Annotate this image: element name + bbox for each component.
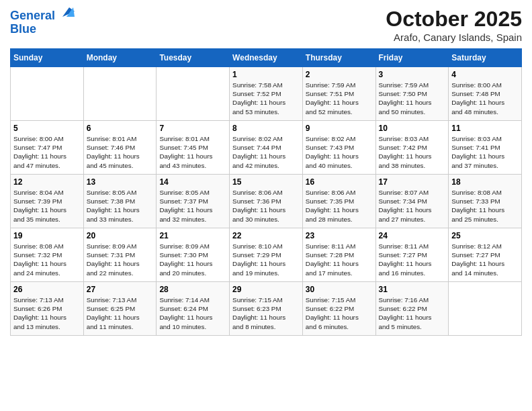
day-info: Sunrise: 8:09 AMSunset: 7:31 PMDaylight:… bbox=[87, 242, 154, 277]
calendar-cell: 21Sunrise: 8:09 AMSunset: 7:30 PMDayligh… bbox=[157, 228, 230, 282]
day-number: 30 bbox=[306, 285, 373, 294]
calendar-cell: 5Sunrise: 8:00 AMSunset: 7:47 PMDaylight… bbox=[11, 121, 84, 175]
day-number: 1 bbox=[232, 70, 300, 79]
day-number: 24 bbox=[379, 231, 446, 240]
calendar-cell: 25Sunrise: 8:12 AMSunset: 7:27 PMDayligh… bbox=[449, 228, 522, 282]
day-info: Sunrise: 8:02 AMSunset: 7:44 PMDaylight:… bbox=[232, 134, 300, 170]
day-number: 8 bbox=[232, 124, 300, 133]
day-number: 28 bbox=[159, 285, 226, 294]
day-info: Sunrise: 8:06 AMSunset: 7:36 PMDaylight:… bbox=[232, 188, 300, 224]
day-number: 26 bbox=[13, 285, 81, 294]
day-info: Sunrise: 7:13 AMSunset: 6:25 PMDaylight:… bbox=[87, 295, 154, 331]
day-number: 5 bbox=[13, 124, 81, 133]
calendar-week-4: 19Sunrise: 8:08 AMSunset: 7:32 PMDayligh… bbox=[11, 228, 522, 282]
calendar-cell: 13Sunrise: 8:05 AMSunset: 7:38 PMDayligh… bbox=[83, 175, 157, 228]
day-number: 29 bbox=[232, 285, 300, 294]
logo: General Blue bbox=[10, 9, 75, 36]
calendar-cell: 12Sunrise: 8:04 AMSunset: 7:39 PMDayligh… bbox=[11, 175, 84, 228]
calendar-cell: 14Sunrise: 8:05 AMSunset: 7:37 PMDayligh… bbox=[157, 175, 230, 228]
weekday-header-tuesday: Tuesday bbox=[157, 49, 230, 67]
day-info: Sunrise: 8:03 AMSunset: 7:41 PMDaylight:… bbox=[451, 134, 519, 170]
title-block: October 2025 Arafo, Canary Islands, Spai… bbox=[386, 7, 522, 43]
day-number: 20 bbox=[87, 231, 154, 240]
calendar-cell: 29Sunrise: 7:15 AMSunset: 6:23 PMDayligh… bbox=[230, 282, 303, 336]
logo-icon bbox=[60, 5, 75, 19]
weekday-header-monday: Monday bbox=[83, 49, 157, 67]
day-number: 31 bbox=[379, 285, 446, 294]
day-info: Sunrise: 8:03 AMSunset: 7:42 PMDaylight:… bbox=[379, 134, 446, 170]
day-info: Sunrise: 8:07 AMSunset: 7:34 PMDaylight:… bbox=[379, 188, 446, 224]
day-info: Sunrise: 7:13 AMSunset: 6:26 PMDaylight:… bbox=[13, 295, 81, 331]
day-info: Sunrise: 8:05 AMSunset: 7:38 PMDaylight:… bbox=[87, 188, 154, 224]
day-number: 14 bbox=[159, 177, 226, 187]
weekday-header-friday: Friday bbox=[375, 49, 449, 67]
month-title: October 2025 bbox=[386, 7, 522, 32]
calendar-cell: 20Sunrise: 8:09 AMSunset: 7:31 PMDayligh… bbox=[83, 228, 157, 282]
day-info: Sunrise: 7:58 AMSunset: 7:52 PMDaylight:… bbox=[232, 81, 300, 116]
day-number: 17 bbox=[379, 177, 446, 187]
calendar-cell: 24Sunrise: 8:11 AMSunset: 7:27 PMDayligh… bbox=[375, 228, 449, 282]
calendar-week-1: 1Sunrise: 7:58 AMSunset: 7:52 PMDaylight… bbox=[11, 67, 522, 121]
day-number: 18 bbox=[451, 177, 519, 187]
day-number: 15 bbox=[232, 177, 300, 187]
day-number: 9 bbox=[306, 124, 373, 133]
day-info: Sunrise: 7:14 AMSunset: 6:24 PMDaylight:… bbox=[159, 295, 226, 331]
day-info: Sunrise: 8:02 AMSunset: 7:43 PMDaylight:… bbox=[306, 134, 373, 170]
day-info: Sunrise: 8:04 AMSunset: 7:39 PMDaylight:… bbox=[13, 188, 81, 224]
day-info: Sunrise: 8:00 AMSunset: 7:48 PMDaylight:… bbox=[451, 81, 519, 116]
day-info: Sunrise: 7:16 AMSunset: 6:22 PMDaylight:… bbox=[379, 295, 446, 331]
day-info: Sunrise: 7:59 AMSunset: 7:50 PMDaylight:… bbox=[379, 81, 446, 116]
calendar-cell: 11Sunrise: 8:03 AMSunset: 7:41 PMDayligh… bbox=[449, 121, 522, 175]
calendar-cell: 18Sunrise: 8:08 AMSunset: 7:33 PMDayligh… bbox=[449, 175, 522, 228]
day-info: Sunrise: 8:01 AMSunset: 7:45 PMDaylight:… bbox=[159, 134, 226, 170]
location: Arafo, Canary Islands, Spain bbox=[386, 32, 522, 43]
day-number: 23 bbox=[306, 231, 373, 240]
calendar-cell: 28Sunrise: 7:14 AMSunset: 6:24 PMDayligh… bbox=[157, 282, 230, 336]
weekday-header-thursday: Thursday bbox=[302, 49, 375, 67]
calendar-cell: 9Sunrise: 8:02 AMSunset: 7:43 PMDaylight… bbox=[302, 121, 375, 175]
day-number: 6 bbox=[87, 124, 154, 133]
calendar-cell: 31Sunrise: 7:16 AMSunset: 6:22 PMDayligh… bbox=[375, 282, 449, 336]
calendar-cell: 2Sunrise: 7:59 AMSunset: 7:51 PMDaylight… bbox=[302, 67, 375, 121]
day-info: Sunrise: 7:15 AMSunset: 6:23 PMDaylight:… bbox=[232, 295, 300, 331]
calendar-cell: 7Sunrise: 8:01 AMSunset: 7:45 PMDaylight… bbox=[157, 121, 230, 175]
calendar-cell bbox=[157, 67, 230, 121]
calendar-cell: 19Sunrise: 8:08 AMSunset: 7:32 PMDayligh… bbox=[11, 228, 84, 282]
day-info: Sunrise: 8:11 AMSunset: 7:27 PMDaylight:… bbox=[379, 242, 446, 277]
weekday-header-row: SundayMondayTuesdayWednesdayThursdayFrid… bbox=[11, 49, 522, 67]
day-number: 4 bbox=[451, 70, 519, 79]
day-info: Sunrise: 8:08 AMSunset: 7:32 PMDaylight:… bbox=[13, 242, 81, 277]
calendar-cell: 15Sunrise: 8:06 AMSunset: 7:36 PMDayligh… bbox=[230, 175, 303, 228]
calendar-week-3: 12Sunrise: 8:04 AMSunset: 7:39 PMDayligh… bbox=[11, 175, 522, 228]
day-number: 2 bbox=[306, 70, 373, 79]
day-number: 13 bbox=[87, 177, 154, 187]
day-number: 25 bbox=[451, 231, 519, 240]
logo-text: General Blue bbox=[10, 9, 75, 36]
day-number: 11 bbox=[451, 124, 519, 133]
weekday-header-wednesday: Wednesday bbox=[230, 49, 303, 67]
day-info: Sunrise: 8:09 AMSunset: 7:30 PMDaylight:… bbox=[159, 242, 226, 277]
calendar-cell: 6Sunrise: 8:01 AMSunset: 7:46 PMDaylight… bbox=[83, 121, 157, 175]
day-info: Sunrise: 8:08 AMSunset: 7:33 PMDaylight:… bbox=[451, 188, 519, 224]
calendar-cell: 22Sunrise: 8:10 AMSunset: 7:29 PMDayligh… bbox=[230, 228, 303, 282]
day-info: Sunrise: 8:11 AMSunset: 7:28 PMDaylight:… bbox=[306, 242, 373, 277]
day-info: Sunrise: 8:06 AMSunset: 7:35 PMDaylight:… bbox=[306, 188, 373, 224]
calendar-table: SundayMondayTuesdayWednesdayThursdayFrid… bbox=[10, 48, 522, 336]
calendar-cell: 1Sunrise: 7:58 AMSunset: 7:52 PMDaylight… bbox=[230, 67, 303, 121]
day-number: 19 bbox=[13, 231, 81, 240]
calendar-cell bbox=[83, 67, 157, 121]
logo-general: General bbox=[10, 9, 55, 22]
day-info: Sunrise: 8:00 AMSunset: 7:47 PMDaylight:… bbox=[13, 134, 81, 170]
calendar-cell: 23Sunrise: 8:11 AMSunset: 7:28 PMDayligh… bbox=[302, 228, 375, 282]
calendar-cell: 16Sunrise: 8:06 AMSunset: 7:35 PMDayligh… bbox=[302, 175, 375, 228]
day-info: Sunrise: 7:59 AMSunset: 7:51 PMDaylight:… bbox=[306, 81, 373, 116]
day-info: Sunrise: 8:01 AMSunset: 7:46 PMDaylight:… bbox=[87, 134, 154, 170]
day-number: 21 bbox=[159, 231, 226, 240]
day-number: 12 bbox=[13, 177, 81, 187]
day-info: Sunrise: 8:10 AMSunset: 7:29 PMDaylight:… bbox=[232, 242, 300, 277]
day-info: Sunrise: 8:05 AMSunset: 7:37 PMDaylight:… bbox=[159, 188, 226, 224]
logo-blue: Blue bbox=[10, 22, 36, 36]
calendar-cell: 30Sunrise: 7:15 AMSunset: 6:22 PMDayligh… bbox=[302, 282, 375, 336]
calendar-cell: 17Sunrise: 8:07 AMSunset: 7:34 PMDayligh… bbox=[375, 175, 449, 228]
day-number: 10 bbox=[379, 124, 446, 133]
